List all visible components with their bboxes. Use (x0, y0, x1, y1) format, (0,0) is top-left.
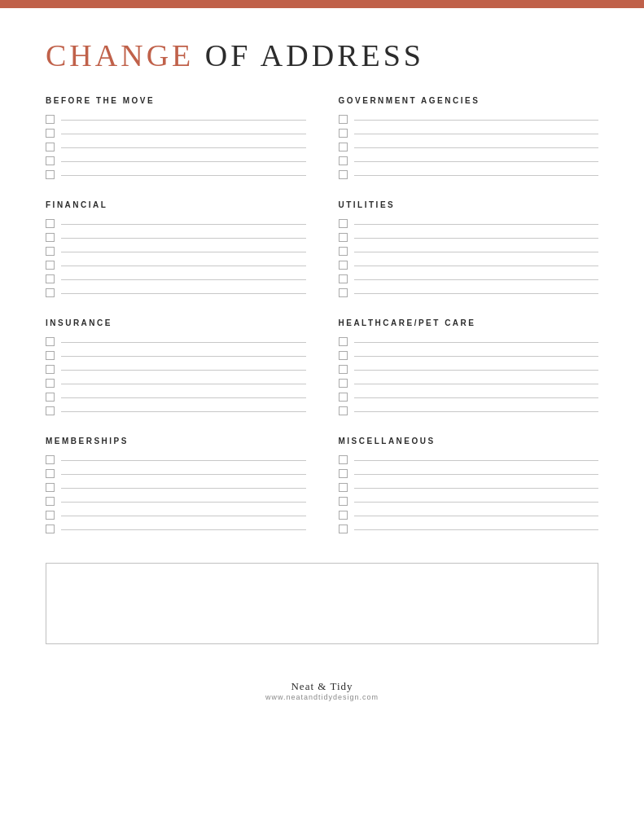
checkbox[interactable] (46, 351, 55, 360)
checkbox[interactable] (339, 455, 348, 464)
checkbox[interactable] (46, 455, 55, 464)
notes-box[interactable] (46, 563, 598, 644)
checkbox[interactable] (339, 247, 348, 256)
checkbox[interactable] (339, 274, 348, 283)
list-item (46, 469, 306, 478)
left-column: BEFORE THE MOVE FINANCIAL (46, 96, 306, 555)
checkbox[interactable] (46, 170, 55, 179)
checkbox[interactable] (46, 365, 55, 374)
checkbox[interactable] (339, 261, 348, 270)
section-title-government-agencies: GOVERNMENT AGENCIES (339, 96, 599, 105)
section-title-utilities: UTILITIES (339, 200, 599, 209)
page: CHANGE OF ADDRESS BEFORE THE MOVE FINANC… (0, 0, 644, 834)
checkbox[interactable] (339, 406, 348, 415)
check-line (61, 370, 306, 371)
checkbox[interactable] (339, 525, 348, 533)
checkbox[interactable] (46, 288, 55, 297)
checkbox[interactable] (46, 156, 55, 165)
list-item (339, 483, 599, 492)
list-item (339, 511, 599, 520)
checkbox[interactable] (339, 219, 348, 228)
list-item (46, 525, 306, 533)
list-item (46, 129, 306, 138)
checkbox[interactable] (339, 511, 348, 520)
check-line (61, 120, 306, 121)
section-memberships: MEMBERSHIPS (46, 437, 306, 533)
checkbox[interactable] (46, 247, 55, 256)
checkbox[interactable] (46, 261, 55, 270)
checkbox[interactable] (339, 393, 348, 402)
check-line (61, 488, 306, 489)
right-column: GOVERNMENT AGENCIES UTILITIES (339, 96, 599, 555)
checkbox[interactable] (339, 143, 348, 151)
check-line (61, 224, 306, 225)
list-item (339, 351, 599, 360)
checkbox[interactable] (339, 233, 348, 242)
check-line (61, 411, 306, 412)
checkbox[interactable] (46, 379, 55, 388)
checkbox[interactable] (46, 483, 55, 492)
list-item (46, 219, 306, 228)
checkbox[interactable] (339, 288, 348, 297)
checkbox[interactable] (339, 170, 348, 179)
list-item (339, 497, 599, 506)
section-financial: FINANCIAL (46, 200, 306, 297)
checkbox[interactable] (46, 497, 55, 506)
check-line (354, 488, 599, 489)
checkbox[interactable] (339, 337, 348, 346)
check-line (354, 411, 599, 412)
checkbox[interactable] (339, 351, 348, 360)
checkbox[interactable] (46, 143, 55, 151)
checkbox[interactable] (46, 219, 55, 228)
section-before-the-move: BEFORE THE MOVE (46, 96, 306, 179)
checkbox[interactable] (339, 115, 348, 124)
checkbox[interactable] (339, 129, 348, 138)
list-item (46, 233, 306, 242)
check-line (61, 384, 306, 384)
list-item (46, 455, 306, 464)
checkbox[interactable] (339, 497, 348, 506)
checkbox[interactable] (46, 511, 55, 520)
checkbox[interactable] (46, 115, 55, 124)
checkbox[interactable] (339, 156, 348, 165)
list-item (46, 497, 306, 506)
check-line (61, 293, 306, 294)
check-line (354, 147, 599, 148)
check-line (61, 147, 306, 148)
checkbox[interactable] (339, 379, 348, 388)
check-line (354, 474, 599, 475)
checkbox[interactable] (46, 525, 55, 533)
check-line (354, 161, 599, 162)
title-rest: OF ADDRESS (194, 38, 424, 72)
list-item (339, 247, 599, 256)
footer: Neat & Tidy www.neatandtidydesign.com (0, 669, 644, 709)
check-line (354, 175, 599, 176)
check-line (354, 516, 599, 516)
checkbox[interactable] (46, 469, 55, 478)
list-item (46, 483, 306, 492)
checkbox[interactable] (46, 337, 55, 346)
list-item (46, 365, 306, 374)
checkbox[interactable] (46, 393, 55, 402)
list-item (46, 379, 306, 388)
checkbox[interactable] (339, 483, 348, 492)
checkbox[interactable] (339, 365, 348, 374)
footer-brand: Neat & Tidy (0, 680, 644, 693)
checkbox[interactable] (46, 233, 55, 242)
checkbox[interactable] (339, 469, 348, 478)
content: CHANGE OF ADDRESS BEFORE THE MOVE FINANC… (0, 8, 644, 669)
section-title-miscellaneous: MISCELLANEOUS (339, 437, 599, 446)
checkbox[interactable] (46, 129, 55, 138)
check-line (354, 370, 599, 371)
list-item (339, 156, 599, 165)
check-line (61, 474, 306, 475)
check-line (61, 175, 306, 176)
list-item (339, 115, 599, 124)
section-title-financial: FINANCIAL (46, 200, 306, 209)
check-line (61, 502, 306, 503)
list-item (339, 170, 599, 179)
list-item (339, 406, 599, 415)
list-item (46, 351, 306, 360)
checkbox[interactable] (46, 406, 55, 415)
checkbox[interactable] (46, 274, 55, 283)
